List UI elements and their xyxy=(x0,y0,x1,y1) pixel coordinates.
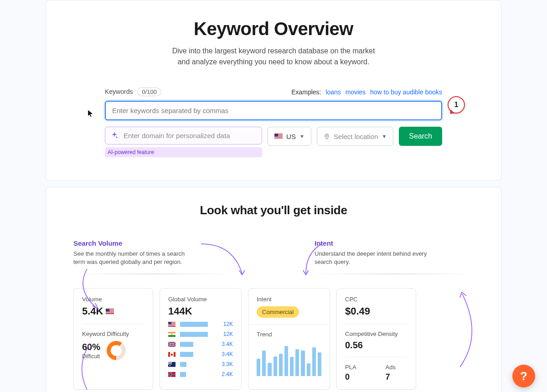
global-volume-row: 2.4K xyxy=(168,371,233,377)
svg-point-9 xyxy=(326,135,327,137)
us-flag-icon xyxy=(106,309,114,314)
preview-title: Look what you'll get inside xyxy=(73,203,474,217)
trend-bar xyxy=(268,363,271,376)
svg-rect-23 xyxy=(168,322,171,324)
card-cpc: CPC $0.49 Competitive Density 0.56 PLA 0… xyxy=(336,288,416,390)
keywords-counter: Keywords 0/100 xyxy=(105,88,161,96)
chevron-down-icon: ▼ xyxy=(382,134,387,139)
svg-rect-16 xyxy=(106,309,109,311)
in-flag-icon xyxy=(168,332,175,337)
difficulty-donut-icon xyxy=(107,341,126,360)
trend-bar xyxy=(284,346,288,377)
trend-bar xyxy=(307,363,310,376)
au-flag-icon xyxy=(168,362,175,367)
trend-chart xyxy=(257,344,321,376)
ca-flag-icon xyxy=(168,352,175,357)
location-select[interactable]: Select location ▼ xyxy=(317,127,393,146)
svg-rect-15 xyxy=(106,313,114,313)
no-flag-icon xyxy=(168,372,175,377)
global-volume-row: 12K xyxy=(168,321,233,327)
trend-bar xyxy=(295,349,299,377)
svg-rect-22 xyxy=(168,325,175,326)
svg-rect-5 xyxy=(274,137,283,137)
card-global-volume: Global Volume 144K 12K 12K 3.4K 3.4K 3.3… xyxy=(160,288,242,390)
help-button[interactable]: ? xyxy=(512,365,535,387)
svg-point-37 xyxy=(173,366,174,366)
trend-bar xyxy=(290,357,294,376)
trend-bar xyxy=(262,351,266,376)
example-link[interactable]: loans xyxy=(325,88,341,96)
gb-flag-icon xyxy=(168,342,175,347)
sparkle-icon xyxy=(111,132,118,141)
keywords-input[interactable] xyxy=(105,101,442,120)
trend-bar xyxy=(301,351,304,376)
examples-row: Examples: loans movies how to buy audibl… xyxy=(291,88,442,96)
domain-field-wrap: AI-powered feature xyxy=(105,127,262,157)
page-title: Keyword Overview xyxy=(105,19,442,39)
country-select[interactable]: US ▼ xyxy=(268,127,311,146)
feature-intent: Intent Understand the deeper intent behi… xyxy=(315,239,474,274)
hero-panel: Keyword Overview Dive into the largest k… xyxy=(46,0,501,181)
svg-point-0 xyxy=(116,137,118,138)
svg-rect-26 xyxy=(168,335,175,337)
svg-point-36 xyxy=(174,364,175,365)
card-volume: Volume 5.4K Keyword Difficulty 60% Diffi… xyxy=(73,288,153,390)
svg-rect-7 xyxy=(274,139,283,139)
global-volume-row: 12K xyxy=(168,331,233,337)
svg-rect-24 xyxy=(168,332,175,334)
svg-rect-8 xyxy=(274,134,278,136)
global-volume-row: 3.4K xyxy=(168,351,233,357)
card-intent: Intent Commercial Trend xyxy=(248,288,330,390)
search-button[interactable]: Search xyxy=(399,127,442,146)
trend-bar xyxy=(279,354,283,376)
feature-search-volume: Search Volume See the monthly number of … xyxy=(73,239,232,274)
trend-bar xyxy=(318,352,321,377)
svg-point-34 xyxy=(170,365,170,366)
ai-feature-note: AI-powered feature xyxy=(105,147,262,157)
svg-rect-30 xyxy=(168,352,170,357)
svg-rect-14 xyxy=(106,312,114,312)
trend-bar xyxy=(312,347,316,376)
global-volume-row: 3.3K xyxy=(168,361,233,367)
example-link[interactable]: how to buy audible books xyxy=(370,88,442,96)
callout-marker: 1 xyxy=(448,96,465,113)
us-flag-icon xyxy=(274,134,283,139)
trend-bar xyxy=(274,356,277,376)
global-volume-row: 3.4K xyxy=(168,341,233,347)
svg-point-35 xyxy=(173,363,174,363)
svg-rect-21 xyxy=(168,325,175,325)
chevron-down-icon: ▼ xyxy=(299,134,304,139)
preview-panel: Look what you'll get inside Search Volum… xyxy=(46,187,501,392)
us-flag-icon xyxy=(168,322,175,327)
location-pin-icon xyxy=(324,133,330,139)
svg-point-38 xyxy=(173,364,173,365)
trend-bar xyxy=(257,359,260,377)
svg-rect-6 xyxy=(274,138,283,138)
page-subtitle: Dive into the largest keyword research d… xyxy=(105,46,442,67)
intent-badge: Commercial xyxy=(257,306,299,318)
example-link[interactable]: movies xyxy=(346,88,366,96)
domain-input[interactable] xyxy=(105,127,262,144)
svg-rect-31 xyxy=(174,352,175,357)
